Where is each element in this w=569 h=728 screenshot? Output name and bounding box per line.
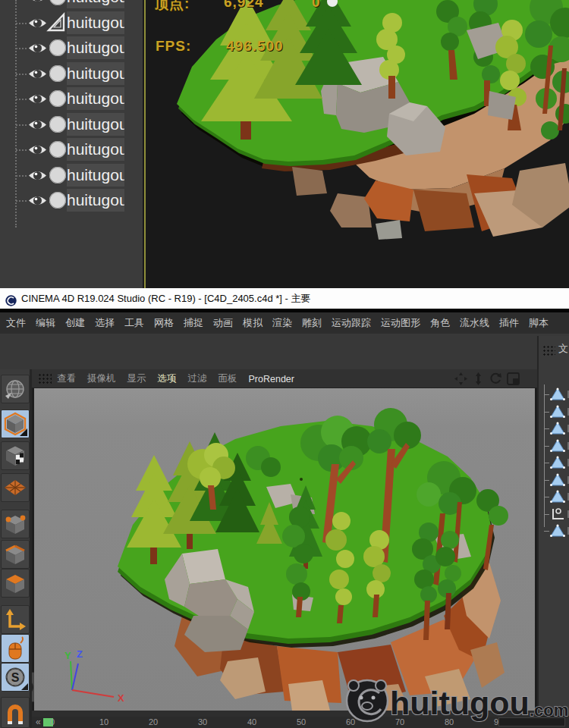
menu-item[interactable]: 创建 [65,316,85,330]
object-tree-item[interactable] [539,454,569,471]
eye-visibility-icon[interactable] [27,140,48,160]
set-square-icon[interactable] [46,12,67,33]
hud-fps-value: 496.500 [226,38,284,55]
viewport-menu-item[interactable]: 查看 [57,372,76,385]
menu-item[interactable]: 捕捉 [184,316,203,330]
object-name[interactable]: huitugou [67,0,124,8]
model-mode-button[interactable] [1,410,30,438]
eye-visibility-icon[interactable] [27,64,48,84]
timeline-ruler[interactable]: « 0102030405060708090 [32,717,569,728]
render-dot-icon[interactable] [49,39,66,56]
object-name[interactable]: huitugou [67,62,124,85]
eye-visibility-icon[interactable] [27,89,48,109]
object-row[interactable]: huitugou [0,36,143,61]
menu-item[interactable]: 模拟 [243,316,262,330]
texture-mode-button[interactable] [1,441,30,470]
menu-item[interactable]: 编辑 [36,316,55,330]
viewport-bottom-strip [32,711,537,717]
polygons-mode-button[interactable] [1,569,30,598]
object-name[interactable]: huitugou [67,164,124,187]
render-dot-icon[interactable] [49,141,66,158]
object-tree-item[interactable] [539,488,569,505]
object-row[interactable]: huitugou [0,86,143,111]
object-row[interactable]: huitugou [0,0,143,10]
menu-item[interactable]: 选择 [95,316,115,330]
timeline-tick: 40 [247,717,297,728]
object-row[interactable]: huitugou [0,11,143,36]
render-dot-icon[interactable] [49,0,66,5]
timeline-tick: 70 [395,717,445,728]
menu-item[interactable]: 动画 [213,316,233,330]
object-name[interactable]: huitugou [67,36,124,59]
view-toggle-panel-icon[interactable] [507,372,520,385]
view-rotate-icon[interactable] [489,372,502,385]
main-toolbar: X Y Z [0,334,569,369]
eye-visibility-icon[interactable] [27,38,48,58]
object-name[interactable]: huitugou [67,87,124,110]
object-name[interactable]: huitugou [67,189,124,212]
viewport-solo-mouse-button[interactable] [1,634,30,663]
menu-item[interactable]: 运动图形 [381,316,420,330]
window-title-bar[interactable]: CINEMA 4D R19.024 Studio (RC - R19) - [C… [0,288,569,309]
object-tree-item[interactable] [539,522,569,539]
view-zoom-icon[interactable] [472,372,485,385]
viewport-menu-item[interactable]: 显示 [127,372,146,385]
eye-visibility-icon[interactable] [27,0,48,8]
object-name[interactable]: huitugou [67,11,124,34]
object-tree-item[interactable] [539,403,569,420]
menu-item[interactable]: 工具 [124,316,144,330]
menu-item[interactable]: 角色 [430,316,450,330]
viewport-menu-item[interactable]: ProRender [249,374,294,384]
viewport-menu-item[interactable]: 过滤 [188,372,207,385]
object-row[interactable]: huitugou [0,137,143,162]
object-manager-file-menu[interactable]: 文 [558,342,568,356]
render-dot-icon[interactable] [49,167,66,184]
render-dot-icon[interactable] [49,116,66,133]
viewport-menu-item[interactable]: 摄像机 [87,372,116,385]
timeline-collapse-glyph[interactable]: « [36,717,41,728]
eye-visibility-icon[interactable] [27,165,48,186]
viewport-zoomed[interactable]: 顶点: 6,924 0 FPS: 496.500 [148,0,569,288]
frame-field[interactable] [498,717,565,726]
menu-item[interactable]: 雕刻 [302,316,322,330]
menu-item[interactable]: 渲染 [272,316,292,330]
object-row[interactable]: huitugou [0,61,143,86]
menu-item[interactable]: 插件 [499,316,519,330]
enable-axis-button[interactable] [1,605,30,634]
make-editable-button[interactable] [1,375,30,403]
object-row[interactable]: huitugou [0,188,143,213]
snap-s-button[interactable]: S [1,663,30,692]
menu-bar: 文件编辑创建选择工具网格捕捉动画模拟渲染雕刻运动跟踪运动图形角色流水线插件脚本 [0,312,569,334]
workplane-mode-button[interactable] [1,473,30,502]
object-row[interactable]: huitugou [0,112,143,137]
eye-visibility-icon[interactable] [27,13,48,33]
points-mode-button[interactable] [1,510,30,538]
view-pan-icon[interactable] [454,372,467,385]
menu-item[interactable]: 运动跟踪 [332,316,371,330]
render-dot-icon[interactable] [49,65,66,82]
viewport-menu-item[interactable]: 选项 [158,372,177,385]
object-tree-item[interactable] [539,506,569,522]
object-name[interactable]: huitugou [67,138,124,161]
render-dot-icon[interactable] [49,90,66,107]
object-row[interactable]: huitugou [0,163,143,188]
enable-snap-magnet-button[interactable] [1,697,30,728]
object-manager-grip[interactable] [542,345,555,356]
object-tree-item[interactable] [539,472,569,488]
main-3d-viewport[interactable]: Y Z X [34,388,535,711]
menu-item[interactable]: 网格 [154,316,174,330]
eye-visibility-icon[interactable] [27,190,48,211]
menu-item[interactable]: 文件 [6,316,26,330]
timeline-ticks: 0102030405060708090 [50,717,543,728]
object-tree-item[interactable] [539,420,569,437]
viewport-menu-item[interactable]: 面板 [218,372,237,385]
menu-item[interactable]: 脚本 [529,316,549,330]
render-dot-icon[interactable] [49,192,66,209]
object-tree-item[interactable] [539,386,569,403]
viewport-menu-grip[interactable] [38,373,52,384]
edges-mode-button[interactable] [1,540,30,569]
object-name[interactable]: huitugou [67,113,124,136]
menu-item[interactable]: 流水线 [460,316,489,330]
object-tree-item[interactable] [539,438,569,454]
eye-visibility-icon[interactable] [27,115,48,135]
